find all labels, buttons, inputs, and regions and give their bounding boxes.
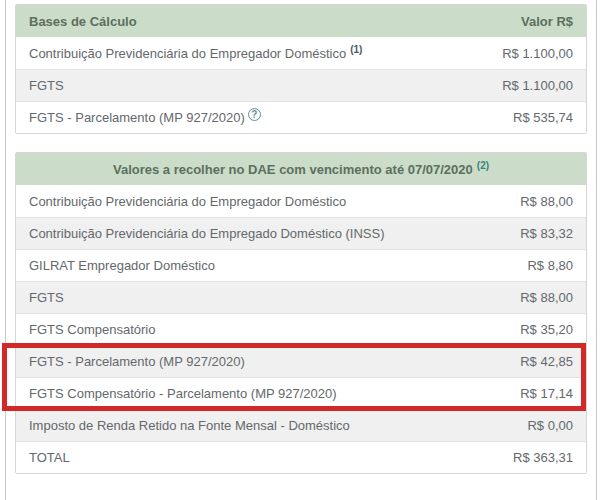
row-label-text: Contribuição Previdenciária do Empregado… (29, 194, 346, 209)
table-row: Contribuição Previdenciária do Empregado… (16, 217, 586, 249)
row-label-text: FGTS - Parcelamento (MP 927/2020) (29, 110, 245, 125)
row-value: R$ 42,85 (520, 354, 573, 369)
table-row-total: TOTAL R$ 363,31 (16, 441, 586, 473)
row-label: Contribuição Previdenciária do Empregado… (29, 194, 346, 209)
base-table-header-title: Bases de Cálculo (29, 14, 137, 29)
row-value: R$ 535,74 (513, 110, 573, 125)
help-icon[interactable]: ? (248, 108, 261, 121)
row-label-text: FGTS - Parcelamento (MP 927/2020) (29, 354, 245, 369)
dae-table-header-title: Valores a recolher no DAE com vencimento… (113, 162, 473, 177)
row-label: TOTAL (29, 450, 70, 465)
footnote-ref-2: (2) (477, 160, 489, 171)
row-value: R$ 0,00 (527, 418, 573, 433)
row-value: R$ 88,00 (520, 194, 573, 209)
row-value: R$ 1.100,00 (502, 78, 573, 93)
table-row: FGTS R$ 1.100,00 (16, 69, 586, 101)
row-label-text: GILRAT Empregador Doméstico (29, 258, 215, 273)
dae-values-table: Valores a recolher no DAE com vencimento… (15, 152, 587, 474)
table-row-highlighted: FGTS - Parcelamento (MP 927/2020) R$ 42,… (16, 345, 586, 377)
table-row: FGTS R$ 88,00 (16, 281, 586, 313)
row-label-text: TOTAL (29, 450, 70, 465)
row-label: FGTS - Parcelamento (MP 927/2020) (29, 354, 245, 369)
table-row: FGTS Compensatório R$ 35,20 (16, 313, 586, 345)
dae-table-header: Valores a recolher no DAE com vencimento… (16, 153, 586, 185)
row-label: GILRAT Empregador Doméstico (29, 258, 215, 273)
row-label: Contribuição Previdenciária do Empregado… (29, 46, 362, 61)
row-value: R$ 88,00 (520, 290, 573, 305)
table-row: Imposto de Renda Retido na Fonte Mensal … (16, 409, 586, 441)
table-row: FGTS - Parcelamento (MP 927/2020) ? R$ 5… (16, 101, 586, 133)
row-label: FGTS Compensatório (29, 322, 155, 337)
row-value: R$ 17,14 (520, 386, 573, 401)
row-label: FGTS (29, 78, 64, 93)
row-value: R$ 83,32 (520, 226, 573, 241)
dae-calculation-screen: Bases de Cálculo Valor R$ Contribuição P… (0, 0, 603, 500)
row-label-text: FGTS (29, 290, 64, 305)
row-label-text: Contribuição Previdenciária do Empregado… (29, 46, 346, 61)
row-value: R$ 8,80 (527, 258, 573, 273)
base-table-header: Bases de Cálculo Valor R$ (16, 5, 586, 37)
row-label-text: FGTS (29, 78, 64, 93)
row-value: R$ 1.100,00 (502, 46, 573, 61)
base-table-header-value-col: Valor R$ (521, 14, 573, 29)
row-label: FGTS (29, 290, 64, 305)
table-row: Contribuição Previdenciária do Empregado… (16, 37, 586, 69)
row-label-text: FGTS Compensatório (29, 322, 155, 337)
base-calculation-table: Bases de Cálculo Valor R$ Contribuição P… (15, 4, 587, 134)
row-label: FGTS Compensatório - Parcelamento (MP 92… (29, 386, 337, 401)
row-label-text: Imposto de Renda Retido na Fonte Mensal … (29, 418, 350, 433)
table-row: GILRAT Empregador Doméstico R$ 8,80 (16, 249, 586, 281)
row-label: Contribuição Previdenciária do Empregado… (29, 226, 385, 241)
footnote-ref-1: (1) (350, 44, 362, 55)
row-value: R$ 363,31 (513, 450, 573, 465)
row-label: FGTS - Parcelamento (MP 927/2020) ? (29, 110, 261, 125)
row-label-text: FGTS Compensatório - Parcelamento (MP 92… (29, 386, 337, 401)
table-row-highlighted: FGTS Compensatório - Parcelamento (MP 92… (16, 377, 586, 409)
table-row: Contribuição Previdenciária do Empregado… (16, 185, 586, 217)
row-value: R$ 35,20 (520, 322, 573, 337)
row-label-text: Contribuição Previdenciária do Empregado… (29, 226, 385, 241)
row-label: Imposto de Renda Retido na Fonte Mensal … (29, 418, 350, 433)
